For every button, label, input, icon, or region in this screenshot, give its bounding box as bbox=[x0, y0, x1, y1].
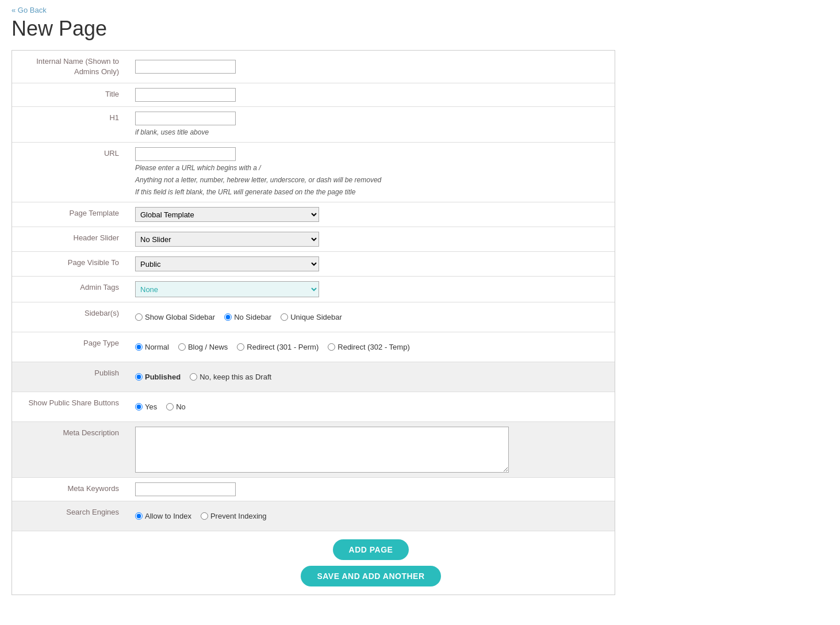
sidebars-label: Sidebar(s) bbox=[12, 302, 127, 332]
title-field-cell bbox=[127, 83, 615, 106]
h1-row: H1 if blank, uses title above bbox=[12, 107, 615, 143]
buttons-row: ADD PAGE SAVE AND ADD ANOTHER bbox=[12, 531, 615, 595]
search-engines-row: Search Engines Allow to Index Prevent In… bbox=[12, 501, 615, 531]
meta-description-textarea[interactable] bbox=[135, 427, 509, 473]
search-engines-field-cell: Allow to Index Prevent Indexing bbox=[127, 501, 615, 531]
page-type-blog-label[interactable]: Blog / News bbox=[178, 343, 228, 351]
search-engines-prevent-radio[interactable] bbox=[201, 512, 208, 520]
page-type-redirect-302-label[interactable]: Redirect (302 - Temp) bbox=[328, 343, 409, 351]
page-visible-to-field-cell: Public bbox=[127, 252, 615, 276]
search-engines-radio-group: Allow to Index Prevent Indexing bbox=[135, 506, 607, 526]
page-type-label: Page Type bbox=[12, 332, 127, 362]
h1-input[interactable] bbox=[135, 112, 236, 125]
page-title: New Page bbox=[11, 17, 829, 41]
sidebar-show-global-radio[interactable] bbox=[135, 313, 143, 321]
page-visible-to-label: Page Visible To bbox=[12, 252, 127, 276]
url-input[interactable] bbox=[135, 147, 236, 161]
sidebars-radio-group: Show Global Sidebar No Sidebar Unique Si… bbox=[135, 307, 607, 327]
header-slider-select[interactable]: No Slider bbox=[135, 232, 319, 247]
share-buttons-yes-label[interactable]: Yes bbox=[135, 402, 157, 411]
url-help-text-1: Please enter a URL which begins with a / bbox=[135, 163, 607, 173]
publish-published-label[interactable]: Published bbox=[135, 373, 181, 381]
sidebar-no-sidebar-text: No Sidebar bbox=[234, 313, 271, 321]
h1-field-cell: if blank, uses title above bbox=[127, 107, 615, 142]
publish-label: Publish bbox=[12, 362, 127, 392]
search-engines-allow-text: Allow to Index bbox=[145, 512, 191, 520]
share-buttons-no-radio[interactable] bbox=[166, 403, 174, 411]
title-input[interactable] bbox=[135, 88, 236, 102]
publish-draft-label[interactable]: No, keep this as Draft bbox=[190, 373, 271, 381]
save-and-add-another-button[interactable]: SAVE AND ADD ANOTHER bbox=[301, 566, 440, 586]
page-template-row: Page Template Global Template bbox=[12, 202, 615, 227]
sidebar-no-sidebar-label[interactable]: No Sidebar bbox=[224, 313, 271, 321]
share-buttons-radio-group: Yes No bbox=[135, 397, 607, 417]
meta-keywords-label: Meta Keywords bbox=[12, 478, 127, 501]
publish-published-radio[interactable] bbox=[135, 373, 143, 381]
sidebars-field-cell: Show Global Sidebar No Sidebar Unique Si… bbox=[127, 302, 615, 332]
publish-radio-group: Published No, keep this as Draft bbox=[135, 367, 607, 387]
add-page-button[interactable]: ADD PAGE bbox=[333, 539, 409, 560]
page-template-select[interactable]: Global Template bbox=[135, 207, 319, 222]
page-type-blog-radio[interactable] bbox=[178, 343, 186, 351]
search-engines-allow-radio[interactable] bbox=[135, 512, 143, 520]
publish-draft-radio[interactable] bbox=[190, 373, 197, 381]
page-template-field-cell: Global Template bbox=[127, 202, 615, 227]
go-back-link[interactable]: « Go Back bbox=[11, 6, 829, 14]
sidebar-unique-label[interactable]: Unique Sidebar bbox=[281, 313, 342, 321]
page-type-radio-group: Normal Blog / News Redirect (301 - Perm)… bbox=[135, 337, 607, 357]
sidebar-show-global-text: Show Global Sidebar bbox=[145, 313, 215, 321]
h1-help-text: if blank, uses title above bbox=[135, 127, 607, 137]
page-type-redirect-301-radio[interactable] bbox=[237, 343, 244, 351]
meta-description-field-cell bbox=[127, 422, 615, 477]
meta-description-row: Meta Description bbox=[12, 422, 615, 478]
meta-keywords-input[interactable] bbox=[135, 482, 236, 496]
page-type-redirect-302-radio[interactable] bbox=[328, 343, 335, 351]
h1-label: H1 bbox=[12, 107, 127, 142]
share-buttons-yes-radio[interactable] bbox=[135, 403, 143, 411]
url-help-text-2: Anything not a letter, number, hebrew le… bbox=[135, 175, 607, 185]
share-buttons-field-cell: Yes No bbox=[127, 392, 615, 421]
page-template-label: Page Template bbox=[12, 202, 127, 227]
share-buttons-row: Show Public Share Buttons Yes No bbox=[12, 392, 615, 422]
page-type-normal-radio[interactable] bbox=[135, 343, 143, 351]
page-visible-to-select[interactable]: Public bbox=[135, 256, 319, 271]
admin-tags-field-cell: None bbox=[127, 277, 615, 302]
share-buttons-no-label[interactable]: No bbox=[166, 402, 186, 411]
page-type-redirect-301-text: Redirect (301 - Perm) bbox=[247, 343, 319, 351]
title-row: Title bbox=[12, 83, 615, 107]
internal-name-label: Internal Name (Shown to Admins Only) bbox=[12, 51, 127, 83]
page-visible-to-row: Page Visible To Public bbox=[12, 252, 615, 277]
meta-keywords-field-cell bbox=[127, 478, 615, 501]
title-label: Title bbox=[12, 83, 127, 106]
page-type-redirect-301-label[interactable]: Redirect (301 - Perm) bbox=[237, 343, 319, 351]
publish-row: Publish Published No, keep this as Draft bbox=[12, 362, 615, 392]
sidebar-unique-text: Unique Sidebar bbox=[290, 313, 342, 321]
header-slider-label: Header Slider bbox=[12, 227, 127, 251]
page-type-normal-label[interactable]: Normal bbox=[135, 343, 169, 351]
buttons-field-cell: ADD PAGE SAVE AND ADD ANOTHER bbox=[127, 531, 615, 595]
internal-name-input[interactable] bbox=[135, 60, 236, 74]
share-buttons-no-text: No bbox=[176, 402, 186, 411]
search-engines-prevent-label[interactable]: Prevent Indexing bbox=[201, 512, 267, 520]
meta-keywords-row: Meta Keywords bbox=[12, 478, 615, 501]
admin-tags-label: Admin Tags bbox=[12, 277, 127, 302]
header-slider-row: Header Slider No Slider bbox=[12, 227, 615, 252]
sidebar-show-global-label[interactable]: Show Global Sidebar bbox=[135, 313, 215, 321]
search-engines-allow-label[interactable]: Allow to Index bbox=[135, 512, 191, 520]
page-type-row: Page Type Normal Blog / News Redirect (3… bbox=[12, 332, 615, 362]
page-type-redirect-302-text: Redirect (302 - Temp) bbox=[337, 343, 409, 351]
sidebars-row: Sidebar(s) Show Global Sidebar No Sideba… bbox=[12, 302, 615, 332]
admin-tags-select[interactable]: None bbox=[135, 281, 319, 297]
share-buttons-label: Show Public Share Buttons bbox=[12, 392, 127, 421]
sidebar-no-sidebar-radio[interactable] bbox=[224, 313, 232, 321]
form-container: Internal Name (Shown to Admins Only) Tit… bbox=[11, 50, 615, 595]
internal-name-field-cell bbox=[127, 51, 615, 83]
share-buttons-yes-text: Yes bbox=[145, 402, 157, 411]
page-type-field-cell: Normal Blog / News Redirect (301 - Perm)… bbox=[127, 332, 615, 362]
internal-name-row: Internal Name (Shown to Admins Only) bbox=[12, 51, 615, 83]
header-slider-field-cell: No Slider bbox=[127, 227, 615, 251]
publish-draft-text: No, keep this as Draft bbox=[200, 373, 271, 381]
url-field-cell: Please enter a URL which begins with a /… bbox=[127, 143, 615, 202]
sidebar-unique-radio[interactable] bbox=[281, 313, 288, 321]
url-row: URL Please enter a URL which begins with… bbox=[12, 143, 615, 202]
